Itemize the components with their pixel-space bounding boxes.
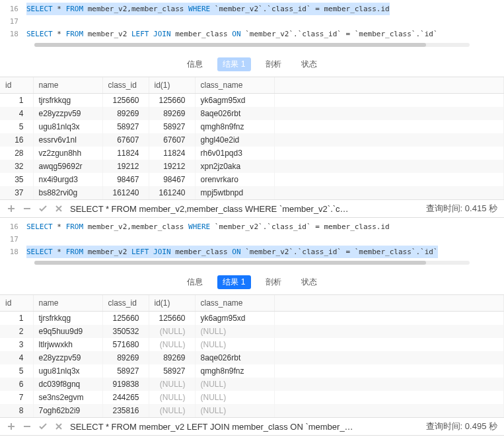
tab-status[interactable]: 状态 bbox=[296, 57, 322, 71]
table-row[interactable]: 16essrv6v1nl6760767607ghgl40e2id bbox=[0, 133, 504, 147]
scroll-thumb[interactable] bbox=[34, 261, 426, 265]
code-line-16[interactable]: 16SELECT * FROM member_v2,member_class W… bbox=[0, 3, 504, 15]
cell: yk6agm95xd bbox=[195, 312, 274, 325]
tab-profile[interactable]: 剖析 bbox=[260, 57, 287, 71]
table-row[interactable]: 35nx4i9urgd39846798467orenvrkaro bbox=[0, 173, 504, 186]
table-row[interactable]: 5ugu81nlq3x5892758927qmgh8n9fnz bbox=[0, 364, 504, 378]
minus-icon[interactable] bbox=[22, 204, 32, 213]
cell: (NULL) bbox=[195, 378, 274, 391]
code-line-17[interactable]: 17 bbox=[0, 15, 504, 28]
table-row[interactable]: 7se3ns2egvm244265(NULL)(NULL) bbox=[0, 391, 504, 404]
cell: 5 bbox=[0, 364, 33, 378]
cell bbox=[274, 120, 504, 133]
cell: 58927 bbox=[102, 120, 149, 133]
table-row[interactable]: 5ugu81nlq3x5892758927qmgh8n9fnz bbox=[0, 120, 504, 133]
cell: 19212 bbox=[149, 160, 195, 173]
cell: 4 bbox=[0, 351, 33, 364]
cell: se3ns2egvm bbox=[33, 391, 102, 404]
code-content: SELECT * FROM member_v2,member_class WHE… bbox=[26, 220, 390, 233]
cell: 89269 bbox=[102, 107, 149, 120]
close-icon[interactable] bbox=[54, 204, 63, 213]
line-number: 17 bbox=[0, 233, 26, 246]
cell: (NULL) bbox=[195, 404, 274, 417]
table-row[interactable]: 4e28yzzpv5989269892698aqe026rbt bbox=[0, 107, 504, 120]
cell: qmgh8n9fnz bbox=[195, 364, 274, 378]
minus-icon[interactable] bbox=[22, 422, 32, 431]
cell: 4 bbox=[0, 107, 33, 120]
cell: 571680 bbox=[102, 338, 149, 351]
column-header[interactable]: name bbox=[33, 77, 102, 94]
cell: e28yzzpv59 bbox=[33, 107, 102, 120]
cell: 58927 bbox=[102, 364, 149, 378]
cell: 125660 bbox=[102, 94, 149, 108]
table-row[interactable]: 87ogh62b2i9235816(NULL)(NULL) bbox=[0, 404, 504, 417]
tab-result[interactable]: 结果 1 bbox=[217, 57, 250, 71]
column-header[interactable]: id bbox=[0, 77, 33, 94]
code-line-16[interactable]: 16SELECT * FROM member_v2,member_class W… bbox=[0, 220, 504, 233]
column-header[interactable]: name bbox=[33, 295, 102, 312]
table-row[interactable]: 28vz2zgun8hh1182411824rh6v01pqd3 bbox=[0, 147, 504, 160]
cell bbox=[274, 94, 504, 108]
cell: 67607 bbox=[149, 133, 195, 147]
cell: (NULL) bbox=[195, 338, 274, 351]
cell: 5 bbox=[0, 120, 33, 133]
column-header[interactable]: id(1) bbox=[149, 77, 195, 94]
cell bbox=[274, 147, 504, 160]
check-icon[interactable] bbox=[38, 422, 48, 431]
scroll-thumb[interactable] bbox=[34, 43, 426, 47]
code-line-17[interactable]: 17 bbox=[0, 233, 504, 246]
table-row[interactable]: 1tjrsfrkkqg125660125660yk6agm95xd bbox=[0, 312, 504, 325]
line-number: 18 bbox=[0, 28, 26, 40]
tab-info[interactable]: 信息 bbox=[182, 57, 208, 71]
tab-profile[interactable]: 剖析 bbox=[260, 275, 287, 289]
plus-icon[interactable] bbox=[7, 204, 16, 213]
cell: 89269 bbox=[149, 107, 195, 120]
code-editor[interactable]: 16SELECT * FROM member_v2,member_class W… bbox=[0, 218, 504, 270]
column-header[interactable]: class_id bbox=[102, 77, 149, 94]
cell: 235816 bbox=[102, 404, 149, 417]
column-header[interactable]: id bbox=[0, 295, 33, 312]
table-row[interactable]: 1tjrsfrkkqg125660125660yk6agm95xd bbox=[0, 94, 504, 108]
result-table[interactable]: idnameclass_idid(1)class_name 1tjrsfrkkq… bbox=[0, 295, 504, 417]
cell: ugu81nlq3x bbox=[33, 120, 102, 133]
column-header-spacer bbox=[274, 295, 504, 312]
column-header[interactable]: class_id bbox=[102, 295, 149, 312]
horizontal-scrollbar[interactable] bbox=[34, 43, 470, 47]
code-editor[interactable]: 16SELECT * FROM member_v2,member_class W… bbox=[0, 0, 504, 52]
cell: awqg59692r bbox=[33, 160, 102, 173]
cell: 98467 bbox=[149, 173, 195, 186]
horizontal-scrollbar[interactable] bbox=[34, 261, 470, 265]
cell: 7ogh62b2i9 bbox=[33, 404, 102, 417]
cell: (NULL) bbox=[195, 391, 274, 404]
cell: 125660 bbox=[149, 94, 195, 108]
table-row[interactable]: 37bs882rvi0g161240161240mpj5wtbnpd bbox=[0, 186, 504, 199]
line-number: 16 bbox=[0, 220, 26, 233]
table-row[interactable]: 32awqg59692r1921219212xpn2jz0aka bbox=[0, 160, 504, 173]
cell: 6 bbox=[0, 378, 33, 391]
cell: 35 bbox=[0, 173, 33, 186]
check-icon[interactable] bbox=[38, 204, 48, 213]
table-row[interactable]: 3ltlrjwwxkh571680(NULL)(NULL) bbox=[0, 338, 504, 351]
table-row[interactable]: 6dc039f8gnq919838(NULL)(NULL) bbox=[0, 378, 504, 391]
cell bbox=[274, 173, 504, 186]
column-header[interactable]: class_name bbox=[195, 77, 274, 94]
tab-result[interactable]: 结果 1 bbox=[217, 275, 250, 289]
code-content: SELECT * FROM member_v2,member_class WHE… bbox=[26, 3, 390, 15]
code-content: SELECT * FROM member_v2 LEFT JOIN member… bbox=[26, 28, 438, 40]
line-number: 18 bbox=[0, 246, 26, 258]
column-header[interactable]: id(1) bbox=[149, 295, 195, 312]
cell: rh6v01pqd3 bbox=[195, 147, 274, 160]
close-icon[interactable] bbox=[54, 422, 63, 431]
status-time: 查询时间: 0.415 秒 bbox=[426, 203, 497, 215]
table-row[interactable]: 2e9q5huu9d9350532(NULL)(NULL) bbox=[0, 325, 504, 338]
code-line-18[interactable]: 18SELECT * FROM member_v2 LEFT JOIN memb… bbox=[0, 28, 504, 40]
status-time: 查询时间: 0.495 秒 bbox=[426, 421, 497, 432]
plus-icon[interactable] bbox=[7, 422, 16, 431]
result-table[interactable]: idnameclass_idid(1)class_name 1tjrsfrkkq… bbox=[0, 77, 504, 199]
table-row[interactable]: 4e28yzzpv5989269892698aqe026rbt bbox=[0, 351, 504, 364]
tab-info[interactable]: 信息 bbox=[182, 275, 208, 289]
tab-status[interactable]: 状态 bbox=[296, 275, 322, 289]
cell: qmgh8n9fnz bbox=[195, 120, 274, 133]
code-line-18[interactable]: 18SELECT * FROM member_v2 LEFT JOIN memb… bbox=[0, 246, 504, 258]
column-header[interactable]: class_name bbox=[195, 295, 274, 312]
